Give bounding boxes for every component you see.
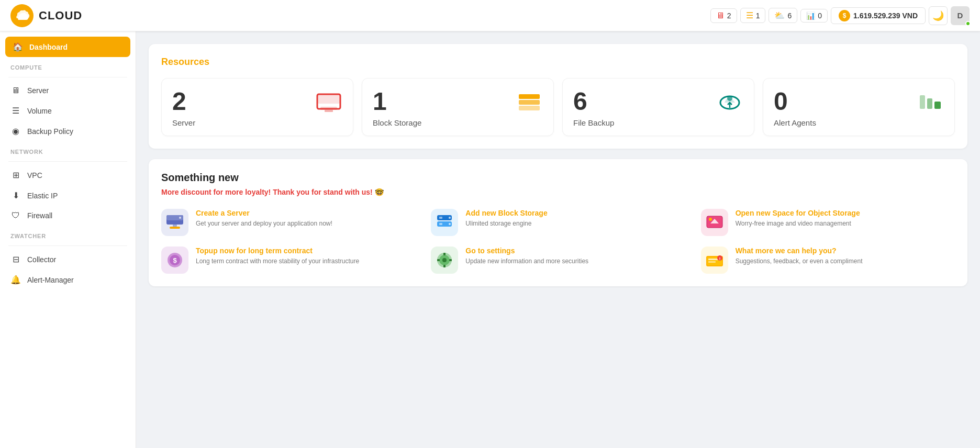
sidebar-item-dashboard[interactable]: 🏠 Dashboard: [5, 37, 130, 57]
svg-rect-37: [437, 259, 440, 261]
svg-rect-7: [519, 106, 540, 110]
new-item-settings[interactable]: Go to settings Update new information an…: [431, 247, 685, 274]
home-icon: 🏠: [13, 42, 23, 52]
svg-point-16: [179, 217, 181, 219]
sidebar: 🏠 Dashboard COMPUTE 🖥 Server ☰ Volume ◉ …: [0, 31, 136, 448]
svg-point-28: [709, 218, 712, 221]
backup-card-icon: [716, 91, 743, 118]
header-server-badge[interactable]: 🖥 2: [710, 8, 737, 23]
header-backup-badge[interactable]: ⛅ 6: [769, 8, 797, 23]
sidebar-section-network: NETWORK: [0, 141, 136, 158]
sidebar-divider-3: [8, 245, 127, 246]
server-count: 2: [172, 89, 195, 114]
svg-point-34: [442, 258, 447, 262]
settings-desc: Update new information and more securiti…: [465, 256, 588, 266]
sidebar-item-vpc[interactable]: ⊞ VPC: [0, 165, 136, 185]
main-content: Resources 2 Server 1 Block Sto: [136, 31, 980, 448]
resource-card-storage-left: 1 Block Storage: [373, 89, 421, 127]
svg-text:$: $: [173, 256, 177, 264]
sidebar-item-elastic-ip[interactable]: ⬇ Elastic IP: [0, 185, 136, 206]
sidebar-elastic-ip-label: Elastic IP: [27, 192, 58, 200]
topup-content: Topup now for long term contract Long te…: [196, 247, 359, 266]
something-new-title: Something new: [161, 172, 955, 184]
svg-rect-38: [449, 259, 452, 261]
create-server-icon: [161, 209, 188, 236]
header-balance[interactable]: $ 1.619.529.239 VND: [831, 7, 926, 24]
resource-card-backup[interactable]: 6 File Backup: [562, 78, 754, 136]
new-item-help[interactable]: ! What more we can help you? Suggestions…: [701, 247, 955, 274]
header-alert-badge[interactable]: 📊 0: [800, 9, 828, 23]
topup-title[interactable]: Topup now for long term contract: [196, 247, 359, 255]
resource-card-alert-left: 0 Alert Agents: [774, 89, 816, 127]
user-avatar[interactable]: D: [951, 6, 970, 25]
resources-title: Resources: [161, 57, 955, 68]
server-card-icon: [315, 91, 342, 118]
sidebar-item-collector[interactable]: ⊟ Collector: [0, 249, 136, 270]
svg-rect-42: [708, 261, 716, 263]
object-storage-title[interactable]: Open new Space for Object Storage: [736, 209, 860, 217]
svg-rect-35: [443, 253, 446, 255]
alert-manager-icon: 🔔: [10, 275, 21, 285]
moon-icon: 🌙: [932, 10, 944, 21]
elastic-ip-icon: ⬇: [10, 191, 21, 200]
theme-toggle-button[interactable]: 🌙: [929, 6, 948, 25]
create-server-content: Create a Server Get your server and depl…: [196, 209, 332, 228]
alert-header-icon: 📊: [806, 12, 815, 20]
sidebar-item-volume[interactable]: ☰ Volume: [0, 100, 136, 121]
sidebar-server-label: Server: [27, 86, 49, 95]
new-item-object-storage[interactable]: Open new Space for Object Storage Worry-…: [701, 209, 955, 236]
storage-label: Block Storage: [373, 118, 421, 127]
sidebar-item-alert-manager[interactable]: 🔔 Alert-Manager: [0, 270, 136, 290]
resources-section: Resources 2 Server 1 Block Sto: [149, 44, 967, 149]
help-content: What more we can help you? Suggestions, …: [736, 247, 863, 266]
vpc-icon: ⊞: [10, 170, 21, 180]
storage-count: 1: [373, 89, 421, 114]
new-item-create-server[interactable]: Create a Server Get your server and depl…: [161, 209, 415, 236]
sidebar-divider-2: [8, 161, 127, 162]
new-items-grid: Create a Server Get your server and depl…: [161, 209, 955, 274]
svg-rect-18: [173, 225, 177, 227]
something-new-section: Something new More discount for more loy…: [149, 159, 967, 286]
block-storage-desc: Ulimited storage engine: [465, 219, 547, 228]
svg-rect-12: [927, 98, 932, 109]
resource-card-backup-left: 6 File Backup: [573, 89, 614, 127]
sidebar-item-backup-policy[interactable]: ◉ Backup Policy: [0, 121, 136, 141]
backup-count: 6: [573, 89, 614, 114]
new-item-block-storage[interactable]: Add new Block Storage Ulimited storage e…: [431, 209, 685, 236]
settings-content: Go to settings Update new information an…: [465, 247, 588, 266]
settings-title[interactable]: Go to settings: [465, 247, 588, 255]
sidebar-item-server[interactable]: 🖥 Server: [0, 81, 136, 100]
alert-count: 0: [774, 89, 816, 114]
storage-header-count: 1: [756, 12, 760, 20]
block-storage-content: Add new Block Storage Ulimited storage e…: [465, 209, 547, 228]
svg-rect-6: [519, 100, 540, 105]
block-storage-title[interactable]: Add new Block Storage: [465, 209, 547, 217]
logo-text: CLOUD: [39, 9, 82, 23]
sidebar-item-firewall[interactable]: 🛡 Firewall: [0, 206, 136, 226]
header-storage-badge[interactable]: ☰ 1: [740, 8, 766, 23]
svg-rect-36: [443, 265, 446, 267]
settings-icon: [431, 247, 458, 274]
resource-card-storage[interactable]: 1 Block Storage: [362, 78, 554, 136]
sidebar-vpc-label: VPC: [27, 171, 42, 180]
svg-rect-21: [439, 217, 442, 219]
help-title[interactable]: What more we can help you?: [736, 247, 863, 255]
logo-area: CLOUD: [10, 4, 147, 27]
svg-rect-22: [439, 223, 442, 225]
new-item-topup[interactable]: $ Topup now for long term contract Long …: [161, 247, 415, 274]
backup-icon: ◉: [10, 126, 21, 136]
server-header-icon: 🖥: [716, 11, 725, 20]
resource-card-server[interactable]: 2 Server: [161, 78, 353, 136]
backup-header-icon: ⛅: [774, 10, 785, 20]
server-icon: 🖥: [10, 86, 21, 95]
balance-icon: $: [839, 10, 850, 21]
create-server-desc: Get your server and deploy your applicat…: [196, 219, 332, 228]
resource-card-alert[interactable]: 0 Alert Agents: [763, 78, 955, 136]
create-server-title[interactable]: Create a Server: [196, 209, 332, 217]
collector-icon: ⊟: [10, 254, 21, 264]
svg-rect-2: [317, 94, 340, 104]
volume-icon: ☰: [10, 106, 21, 116]
svg-rect-17: [170, 227, 180, 229]
logo-icon: [10, 4, 34, 27]
server-header-count: 2: [727, 12, 731, 20]
